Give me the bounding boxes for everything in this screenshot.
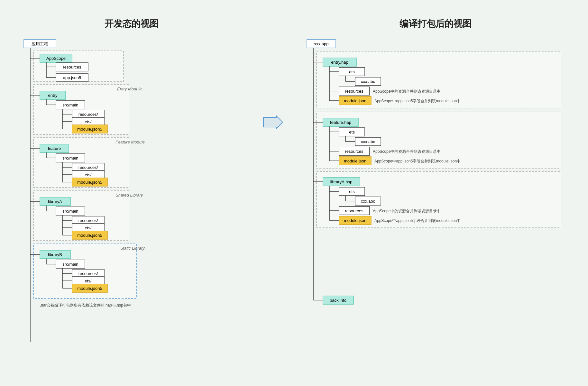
svg-text:module.json5: module.json5 <box>77 286 102 291</box>
right-tree-svg: xxx.app entry.hap ets <box>304 36 567 352</box>
right-title: 编译打包后的视图 <box>400 18 472 30</box>
svg-text:Entry Module: Entry Module <box>117 87 142 91</box>
svg-text:src/main: src/main <box>62 103 78 107</box>
svg-text:libraryB: libraryB <box>48 252 62 257</box>
svg-text:AppScope中app.json5字段合并到该module: AppScope中app.json5字段合并到该module.json中 <box>374 218 461 223</box>
svg-text:module.json: module.json <box>344 159 366 163</box>
svg-text:ets: ets <box>349 69 355 74</box>
svg-text:module.json: module.json <box>344 98 366 103</box>
svg-text:ets/: ets/ <box>85 279 92 283</box>
svg-text:entry: entry <box>48 93 58 98</box>
svg-text:libraryA.hsp: libraryA.hsp <box>330 179 353 184</box>
left-tree-svg: 应用工程 AppScope resources <box>21 36 169 352</box>
svg-text:xxx.abc: xxx.abc <box>361 199 375 204</box>
svg-text:resources: resources <box>345 89 363 94</box>
svg-text:Feature Module: Feature Module <box>115 140 145 144</box>
transform-arrow <box>262 114 284 130</box>
svg-text:module.json5: module.json5 <box>77 127 102 132</box>
svg-text:应用工程: 应用工程 <box>32 41 48 46</box>
svg-text:AppScope中的资源合并到该资源目录中: AppScope中的资源合并到该资源目录中 <box>373 209 441 213</box>
svg-text:module.json5: module.json5 <box>77 180 102 185</box>
svg-text:AppScope中app.json5字段合并到该module: AppScope中app.json5字段合并到该module.json中 <box>374 159 461 163</box>
svg-text:app.json5: app.json5 <box>63 75 81 80</box>
right-column: 编译打包后的视图 xxx.app entry.hap <box>304 18 567 352</box>
svg-text:resources: resources <box>345 208 363 213</box>
main-container: 开发态的视图 应用工程 AppScope <box>8 8 580 378</box>
svg-text:resources/: resources/ <box>78 218 98 223</box>
svg-text:src/main: src/main <box>62 209 78 214</box>
svg-text:src/main: src/main <box>62 262 78 267</box>
svg-text:resources: resources <box>63 65 81 69</box>
svg-text:src/main: src/main <box>62 156 78 161</box>
svg-text:Static Library: Static Library <box>120 246 145 251</box>
svg-text:AppScope中的资源合并到该资源目录中: AppScope中的资源合并到该资源目录中 <box>373 149 441 154</box>
arrow-container <box>262 18 284 130</box>
svg-text:resources: resources <box>345 149 363 154</box>
svg-text:resources/: resources/ <box>78 271 98 276</box>
svg-text:AppScope: AppScope <box>46 56 66 61</box>
svg-text:ets: ets <box>349 130 355 134</box>
svg-text:xxx.app: xxx.app <box>314 41 329 46</box>
svg-text:ets: ets <box>349 189 355 194</box>
svg-text:AppScope中的资源合并到该资源目录中: AppScope中的资源合并到该资源目录中 <box>373 89 441 94</box>
svg-text:.har会被编译打包到所有依赖该文件的.hap与.hsp包中: .har会被编译打包到所有依赖该文件的.hap与.hsp包中 <box>40 303 131 308</box>
svg-text:ets/: ets/ <box>85 225 92 230</box>
svg-text:resources/: resources/ <box>78 112 98 117</box>
svg-text:xxx.abc: xxx.abc <box>361 139 375 144</box>
svg-text:feature.hap: feature.hap <box>330 120 351 125</box>
svg-text:libraryA: libraryA <box>48 199 62 204</box>
svg-text:ets/: ets/ <box>85 119 92 124</box>
svg-text:AppScope中app.json5字段合并到该module: AppScope中app.json5字段合并到该module.json中 <box>374 99 461 103</box>
svg-text:Shared Library: Shared Library <box>115 193 143 198</box>
svg-text:pack.info: pack.info <box>330 298 346 303</box>
svg-text:ets/: ets/ <box>85 172 92 177</box>
svg-text:xxx.abc: xxx.abc <box>361 79 375 84</box>
svg-text:module.json5: module.json5 <box>77 233 102 238</box>
svg-text:module.json: module.json <box>344 218 366 223</box>
svg-text:feature: feature <box>48 146 61 151</box>
left-title: 开发态的视图 <box>105 18 159 30</box>
left-column: 开发态的视图 应用工程 AppScope <box>21 18 243 352</box>
svg-text:resources/: resources/ <box>78 165 98 170</box>
svg-text:entry.hap: entry.hap <box>331 60 348 65</box>
